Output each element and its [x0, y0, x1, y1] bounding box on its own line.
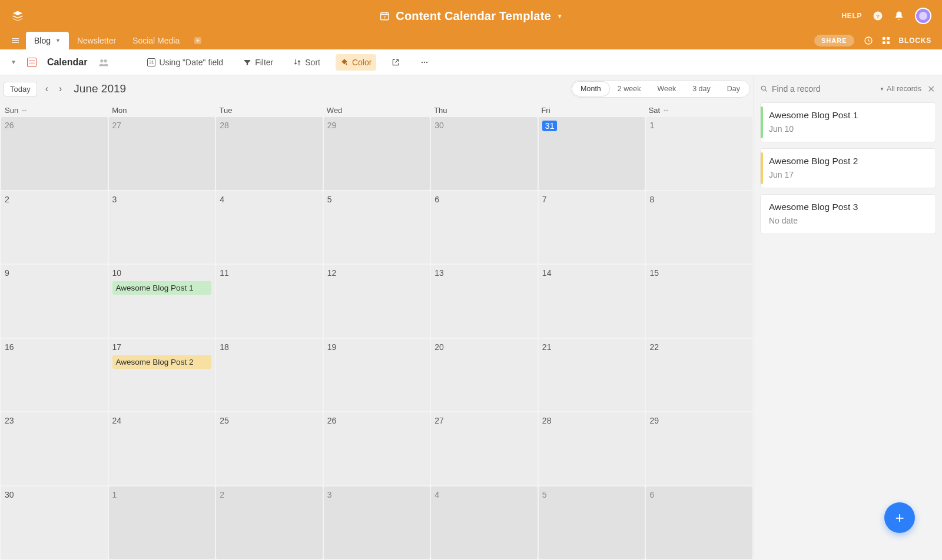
records-sidepanel: ▼ All records ✕ Awesome Blog Post 1Jun 1… [754, 75, 942, 560]
calendar-event[interactable]: Awesome Blog Post 2 [112, 355, 212, 369]
blocks-icon[interactable] [881, 36, 891, 45]
views-sidebar-toggle-icon[interactable]: ▼ [11, 59, 16, 65]
calendar-cell[interactable]: 2 [1, 191, 108, 264]
calendar-cell[interactable]: 13 [431, 265, 538, 338]
calendar-cell[interactable]: 26 [324, 412, 430, 485]
help-icon[interactable]: ? [873, 11, 883, 21]
add-table-icon[interactable] [194, 36, 202, 45]
user-avatar[interactable] [915, 8, 931, 24]
today-button[interactable]: Today [4, 82, 37, 96]
calendar-cell[interactable]: 1 [109, 486, 215, 559]
expand-column-icon[interactable]: ⤢ [662, 106, 670, 114]
calendar-cell[interactable]: 5 [324, 191, 430, 264]
record-card[interactable]: Awesome Blog Post 2Jun 17 [760, 148, 936, 188]
day-number: 14 [542, 268, 552, 278]
range-option[interactable]: 2 week [609, 82, 649, 96]
record-search[interactable] [760, 84, 875, 94]
calendar-cell[interactable]: 11 [216, 265, 323, 338]
calendar-cell[interactable]: 26 [1, 117, 108, 190]
calendar-cell[interactable]: 29 [646, 412, 752, 485]
calendar-cell[interactable]: 28 [216, 117, 323, 190]
calendar-cell[interactable]: 4 [431, 486, 538, 559]
calendar-cell[interactable]: 30 [1, 486, 108, 559]
record-title: Awesome Blog Post 3 [769, 202, 927, 212]
calendar-cell[interactable]: 19 [324, 339, 430, 412]
app-logo-icon[interactable] [11, 9, 25, 23]
calendar-cell[interactable]: 27 [109, 117, 215, 190]
record-search-input[interactable] [772, 84, 875, 94]
calendar-cell[interactable]: 14 [539, 265, 645, 338]
share-button[interactable]: SHARE [814, 35, 854, 46]
range-option[interactable]: Month [572, 82, 609, 96]
calendar-cell[interactable]: 24 [109, 412, 215, 485]
calendar-cell[interactable]: 29 [324, 117, 430, 190]
calendar-cell[interactable]: 4 [216, 191, 323, 264]
records-filter-dropdown[interactable]: ▼ All records [880, 85, 921, 93]
tables-menu-icon[interactable] [11, 36, 20, 45]
calendar-cell[interactable]: 30 [431, 117, 538, 190]
calendar-cell[interactable]: 2 [216, 486, 323, 559]
base-title[interactable]: Content Calendar Template [396, 9, 551, 23]
record-card[interactable]: Awesome Blog Post 3No date [760, 194, 936, 234]
notifications-icon[interactable] [894, 11, 904, 21]
record-color-stripe [761, 152, 763, 184]
day-number: 23 [5, 416, 14, 425]
record-card[interactable]: Awesome Blog Post 1Jun 10 [760, 102, 936, 142]
calendar-cell[interactable]: 3 [109, 191, 215, 264]
day-number: 27 [112, 121, 122, 130]
expand-column-icon[interactable]: ⤢ [20, 106, 28, 114]
calendar-cell[interactable]: 3 [324, 486, 430, 559]
calendar-cell[interactable]: 8 [646, 191, 752, 264]
calendar-cell[interactable]: 6 [431, 191, 538, 264]
range-option[interactable]: Week [649, 82, 684, 96]
weekday-header: Sat⤢ [645, 102, 752, 117]
date-field-button[interactable]: 31 Using "Date" field [142, 54, 228, 71]
filter-button[interactable]: Filter [238, 54, 278, 71]
close-sidepanel-icon[interactable]: ✕ [926, 84, 936, 95]
day-number: 10 [112, 268, 122, 278]
svg-rect-7 [883, 41, 885, 44]
range-option[interactable]: 3 day [684, 82, 719, 96]
history-icon[interactable] [864, 36, 873, 45]
table-tab[interactable]: Newsletter [69, 32, 124, 49]
calendar-cell[interactable]: 23 [1, 412, 108, 485]
calendar-cell[interactable]: 31 [539, 117, 645, 190]
range-option[interactable]: Day [719, 82, 748, 96]
calendar-cell[interactable]: 7 [539, 191, 645, 264]
day-number: 26 [327, 416, 337, 425]
next-month-icon[interactable]: › [57, 81, 64, 96]
calendar-cell[interactable]: 17Awesome Blog Post 2 [109, 339, 215, 412]
calendar-cell[interactable]: 28 [539, 412, 645, 485]
sort-button[interactable]: Sort [288, 54, 325, 71]
prev-month-icon[interactable]: ‹ [43, 81, 51, 96]
calendar-cell[interactable]: 6 [646, 486, 752, 559]
blocks-label[interactable]: BLOCKS [899, 36, 931, 45]
table-tab[interactable]: Social Media [124, 32, 188, 49]
color-button[interactable]: Color [336, 54, 376, 71]
more-options-button[interactable] [415, 55, 434, 70]
day-number: 21 [542, 342, 552, 352]
add-record-fab[interactable]: + [884, 502, 915, 533]
calendar-cell[interactable]: 16 [1, 339, 108, 412]
view-name[interactable]: Calendar [47, 57, 87, 68]
share-view-button[interactable] [387, 55, 404, 70]
calendar-cell[interactable]: 15 [646, 265, 752, 338]
calendar-cell[interactable]: 10Awesome Blog Post 1 [109, 265, 215, 338]
collaborators-icon[interactable] [98, 58, 110, 67]
calendar-event[interactable]: Awesome Blog Post 1 [112, 281, 212, 295]
help-label[interactable]: HELP [842, 12, 862, 20]
calendar-cell[interactable]: 12 [324, 265, 430, 338]
calendar-cell[interactable]: 21 [539, 339, 645, 412]
calendar-cell[interactable]: 20 [431, 339, 538, 412]
calendar-cell[interactable]: 9 [1, 265, 108, 338]
calendar-cell[interactable]: 22 [646, 339, 752, 412]
base-title-dropdown-icon[interactable]: ▼ [557, 13, 563, 19]
calendar-cell[interactable]: 18 [216, 339, 323, 412]
calendar-cell[interactable]: 25 [216, 412, 323, 485]
date-field-icon: 31 [147, 58, 155, 66]
calendar-cell[interactable]: 27 [431, 412, 538, 485]
table-tab[interactable]: Blog▼ [26, 32, 69, 49]
tab-dropdown-icon[interactable]: ▼ [55, 38, 61, 44]
calendar-cell[interactable]: 5 [539, 486, 645, 559]
calendar-cell[interactable]: 1 [646, 117, 752, 190]
